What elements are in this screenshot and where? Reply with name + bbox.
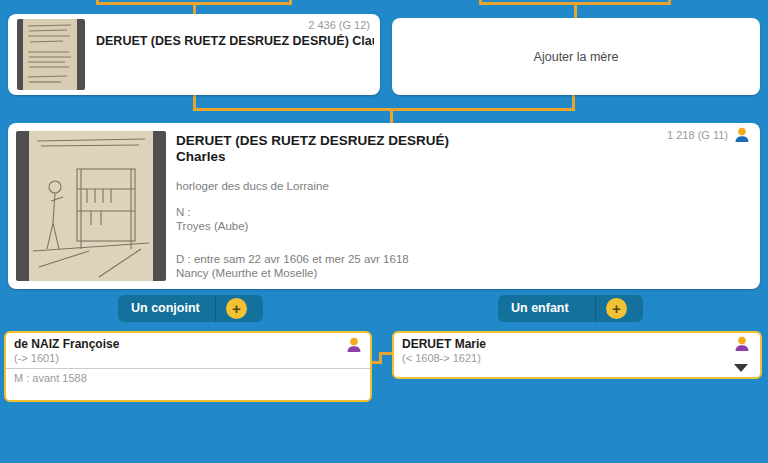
plus-icon[interactable]: + bbox=[226, 298, 247, 319]
connector-spouse-step-h2 bbox=[379, 352, 393, 355]
engraving-sketch bbox=[29, 131, 153, 281]
father-card[interactable]: 2 436 (G 12) DERUET (DES RUETZ DESRUEZ D… bbox=[8, 14, 380, 95]
portrait-thumbnail bbox=[16, 131, 166, 281]
person-icon bbox=[346, 337, 362, 353]
connector-focus-stem bbox=[390, 108, 393, 124]
button-divider bbox=[215, 295, 216, 322]
add-spouse-button[interactable]: Un conjoint + bbox=[118, 295, 263, 322]
focus-occupation: horloger des ducs de Lorraine bbox=[176, 179, 720, 193]
add-spouse-label: Un conjoint bbox=[131, 295, 200, 322]
spouse-dates: (-> 1601) bbox=[6, 351, 370, 368]
birth-label: N : bbox=[176, 205, 720, 219]
child-dates: (< 1608-> 1621) bbox=[394, 351, 760, 368]
father-name: DERUET (DES RUETZ DESRUEZ DESRUÉ) Clau..… bbox=[96, 34, 374, 48]
manuscript-sketch bbox=[23, 19, 77, 90]
connector-grandmother-stub bbox=[289, 0, 292, 5]
death-date: D : entre sam 22 avr 1606 et mer 25 avr … bbox=[176, 252, 720, 266]
connector-parents-horizontal bbox=[193, 108, 575, 111]
add-child-label: Un enfant bbox=[511, 295, 569, 322]
focus-name-line1: DERUET (DES RUETZ DESRUEZ DESRUÉ) bbox=[176, 133, 720, 149]
focus-name-line2: Charles bbox=[176, 149, 720, 165]
add-mother-label: Ajouter la mère bbox=[534, 50, 619, 64]
spouse-card[interactable]: de NAIZ Françoise (-> 1601) M : avant 15… bbox=[4, 331, 372, 402]
connector-maternal-grandfather-stub bbox=[479, 0, 482, 5]
add-child-button[interactable]: Un enfant + bbox=[498, 295, 643, 322]
marriage-date: M : avant 1588 bbox=[6, 369, 370, 387]
connector-maternal-grandmother-stub bbox=[668, 0, 671, 5]
connector-grandfather-stub bbox=[96, 0, 99, 5]
connector-mother-stem bbox=[574, 2, 577, 19]
add-mother-card[interactable]: Ajouter la mère bbox=[392, 18, 760, 95]
father-document-thumbnail bbox=[17, 19, 85, 90]
person-icon bbox=[734, 336, 750, 352]
child-name: DERUET Marie bbox=[394, 333, 760, 351]
birth-place: Troyes (Aube) bbox=[176, 219, 720, 233]
father-sosa-badge: 2 436 (G 12) bbox=[308, 19, 370, 31]
child-card[interactable]: DERUET Marie (< 1608-> 1621) bbox=[392, 331, 762, 379]
focus-person-card[interactable]: 1 218 (G 11) bbox=[8, 123, 760, 289]
death-place: Nancy (Meurthe et Moselle) bbox=[176, 266, 720, 280]
family-tree-canvas: 2 436 (G 12) DERUET (DES RUETZ DESRUEZ D… bbox=[0, 0, 768, 463]
person-icon bbox=[734, 127, 750, 143]
spouse-name: de NAIZ Françoise bbox=[6, 333, 370, 351]
plus-icon[interactable]: + bbox=[606, 298, 627, 319]
button-divider bbox=[595, 295, 596, 322]
dropdown-arrow-icon[interactable] bbox=[734, 364, 748, 372]
